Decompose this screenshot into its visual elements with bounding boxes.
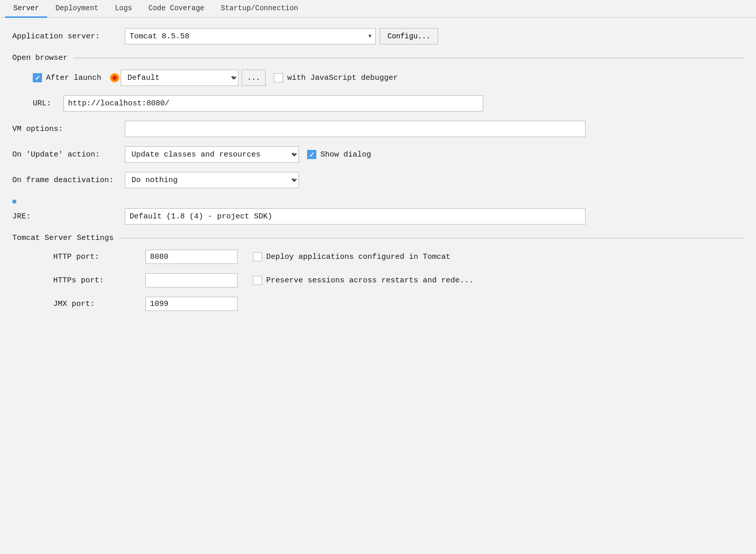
tab-code-coverage[interactable]: Code Coverage (140, 0, 212, 18)
browser-select[interactable]: Default (121, 70, 239, 86)
blue-dot-icon (12, 200, 16, 204)
main-content: Application server: Tomcat 8.5.58 Config… (0, 18, 756, 330)
preserve-sessions-checkbox[interactable] (253, 276, 262, 285)
https-port-row: HTTPs port: Preserve sessions across res… (12, 273, 744, 287)
jre-label: JRE: (12, 212, 125, 221)
configure-button[interactable]: Configu... (380, 28, 438, 45)
url-input[interactable] (63, 95, 483, 112)
http-port-label: HTTP port: (33, 253, 145, 261)
open-browser-label: Open browser (12, 54, 68, 62)
browser-select-wrapper: Default (121, 70, 239, 86)
browser-dots-button[interactable]: ... (242, 70, 266, 86)
blue-dot-indicator (12, 197, 744, 206)
http-port-input[interactable] (145, 250, 237, 264)
jmx-port-label: JMX port: (33, 300, 145, 308)
preserve-sessions-wrapper: Preserve sessions across restarts and re… (253, 276, 473, 285)
tab-bar: Server Deployment Logs Code Coverage Sta… (0, 0, 756, 18)
https-port-label: HTTPs port: (33, 276, 145, 285)
on-frame-select-wrapper: Do nothing (125, 172, 299, 188)
deploy-apps-label: Deploy applications configured in Tomcat (266, 253, 450, 261)
https-port-input[interactable] (145, 273, 237, 287)
open-browser-section-header: Open browser (12, 54, 744, 62)
deploy-apps-checkbox[interactable] (253, 252, 262, 261)
url-label: URL: (33, 99, 63, 108)
on-frame-row: On frame deactivation: Do nothing (12, 172, 744, 188)
jmx-port-row: JMX port: (12, 297, 744, 311)
tomcat-settings-header: Tomcat Server Settings (12, 234, 744, 242)
app-server-row: Application server: Tomcat 8.5.58 Config… (12, 28, 744, 45)
url-row: URL: (12, 95, 744, 112)
after-launch-row: After launch Default ... (12, 70, 744, 86)
tab-deployment[interactable]: Deployment (47, 0, 106, 18)
vm-options-row: VM options: (12, 121, 744, 137)
app-server-label: Application server: (12, 32, 125, 41)
show-dialog-label: Show dialog (320, 150, 371, 159)
browser-wrapper: Default (110, 70, 239, 86)
svg-point-2 (113, 76, 117, 80)
app-server-select[interactable]: Tomcat 8.5.58 (125, 28, 376, 45)
show-dialog-checkbox[interactable] (307, 150, 316, 159)
on-update-select[interactable]: Update classes and resources (125, 146, 299, 163)
show-dialog-wrapper: Show dialog (307, 150, 371, 159)
tab-logs[interactable]: Logs (106, 0, 140, 18)
app-server-select-wrapper: Tomcat 8.5.58 (125, 28, 376, 45)
vm-options-label: VM options: (12, 125, 125, 134)
after-launch-checkbox[interactable] (33, 73, 42, 82)
jre-row: JRE: (12, 208, 744, 225)
after-launch-text: After launch (46, 74, 101, 82)
jmx-port-input[interactable] (145, 297, 237, 311)
preserve-sessions-label: Preserve sessions across restarts and re… (266, 276, 473, 285)
firefox-icon (110, 73, 120, 83)
jre-input[interactable] (125, 208, 586, 225)
js-debugger-checkbox[interactable] (274, 73, 283, 82)
vm-options-input[interactable] (125, 121, 586, 137)
deploy-apps-wrapper: Deploy applications configured in Tomcat (253, 252, 450, 261)
on-update-select-wrapper: Update classes and resources (125, 146, 299, 163)
http-port-row: HTTP port: Deploy applications configure… (12, 250, 744, 264)
on-update-row: On 'Update' action: Update classes and r… (12, 146, 744, 163)
tab-startup[interactable]: Startup/Connection (212, 0, 306, 18)
on-frame-label: On frame deactivation: (12, 176, 125, 185)
js-debugger-row: with JavaScript debugger (274, 73, 398, 82)
js-debugger-label: with JavaScript debugger (287, 74, 398, 82)
on-frame-select[interactable]: Do nothing (125, 172, 299, 188)
on-update-label: On 'Update' action: (12, 150, 125, 159)
tomcat-settings-label: Tomcat Server Settings (12, 234, 114, 242)
browser-select-wrapper-outer: Default (110, 70, 239, 86)
tab-server[interactable]: Server (5, 0, 47, 18)
